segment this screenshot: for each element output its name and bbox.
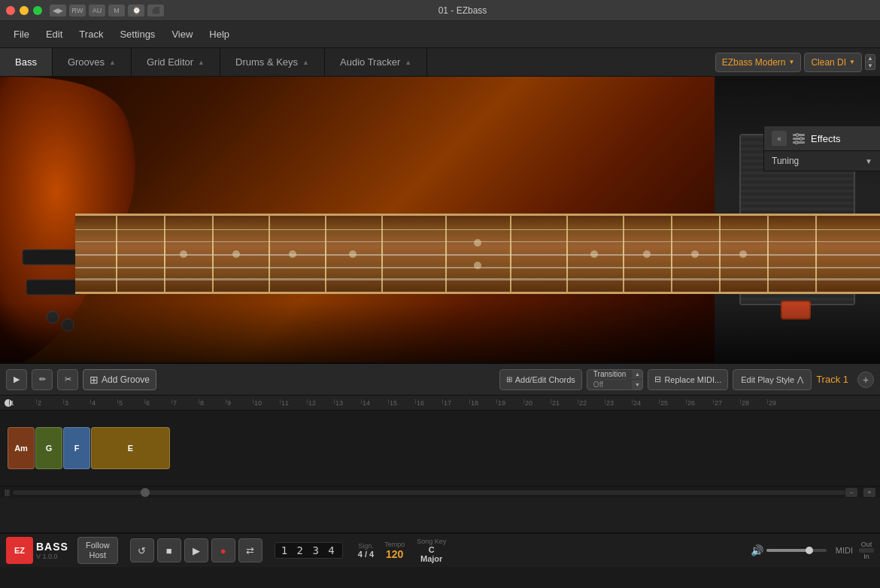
app-version: V 1.0.0	[36, 553, 68, 560]
time-sig-value: 4 / 4	[358, 550, 374, 559]
chord-block-f[interactable]: F	[63, 427, 90, 469]
follow-host-line1: Follow	[86, 541, 110, 550]
menu-edit[interactable]: Edit	[38, 26, 70, 43]
rewind-btn[interactable]: ↺	[130, 538, 154, 562]
play-btn[interactable]: ▶	[184, 538, 208, 562]
record-btn[interactable]: ●	[211, 538, 235, 562]
fretboard-area	[75, 214, 880, 293]
chord-block-am[interactable]: Am	[8, 427, 35, 469]
menu-file[interactable]: File	[6, 26, 37, 43]
volume-knob[interactable]	[806, 547, 813, 554]
preset-name-select[interactable]: EZbass Modern ▼	[715, 53, 802, 72]
in-out-area: Out In	[859, 541, 874, 560]
add-groove-btn[interactable]: ⊞ Add Groove	[83, 369, 156, 390]
tab-grooves[interactable]: Grooves ▲	[53, 48, 132, 76]
ruler-mark-15: 15	[388, 399, 415, 407]
camera-btn[interactable]: ⬛	[147, 5, 164, 17]
preset-area: EZbass Modern ▼ Clean DI ▼ ▲ ▼	[711, 48, 880, 76]
preset-down-btn[interactable]: ▼	[865, 62, 875, 70]
ruler-mark-28: 28	[740, 399, 767, 407]
menu-track[interactable]: Track	[71, 26, 111, 43]
preset-up-btn[interactable]: ▲	[865, 54, 875, 62]
effects-header: « Effects	[764, 126, 880, 151]
pencil-icon: ✏	[39, 374, 46, 384]
string-5	[75, 278, 880, 280]
cursor-tool-btn[interactable]: ▶	[6, 369, 27, 390]
ruler-mark-27: 27	[713, 399, 740, 407]
back-forward-btn[interactable]: ◀▶	[50, 5, 66, 17]
track-area: Am G F E	[0, 411, 880, 486]
scissors-tool-btn[interactable]: ✂	[57, 369, 78, 390]
chord-block-g[interactable]: G	[35, 427, 62, 469]
ruler-mark-9: 9	[226, 399, 253, 407]
fret-dot-12a	[474, 239, 481, 247]
ez-logo: EZ	[6, 537, 33, 564]
traffic-lights	[6, 6, 42, 15]
chord-blocks-container: Am G F E	[8, 427, 170, 469]
volume-fill	[766, 549, 808, 552]
string-2	[75, 241, 880, 243]
au-btn[interactable]: AU	[89, 5, 105, 17]
string-1	[75, 229, 880, 230]
transition-control[interactable]: Transition Off ▲ ▼	[587, 369, 644, 390]
follow-host-btn[interactable]: Follow Host	[77, 537, 118, 564]
instrument-area: « Effects Tuning ▼	[0, 77, 880, 362]
play-icon: ▶	[193, 545, 200, 556]
scroll-left-indicator: |||	[5, 489, 10, 496]
scrollbar-thumb[interactable]	[141, 488, 150, 497]
effects-icon	[791, 131, 806, 146]
ruler-mark-26: 26	[686, 399, 713, 407]
rw-btn[interactable]: RW	[69, 5, 86, 17]
effects-title: Effects	[811, 133, 841, 144]
edit-play-style-btn[interactable]: Edit Play Style ⋀	[733, 369, 812, 390]
tab-audio-tracker[interactable]: Audio Tracker ▲	[325, 48, 427, 76]
scissors-icon: ✂	[65, 374, 71, 384]
menu-help[interactable]: Help	[202, 26, 237, 43]
rewind-icon: ↺	[138, 545, 146, 556]
out-label: Out	[861, 541, 872, 548]
key-label: Song Key	[417, 538, 446, 545]
transition-label: Transition	[593, 370, 627, 380]
ruler-mark-3: 3	[63, 399, 90, 407]
tab-bass[interactable]: Bass	[0, 48, 53, 76]
menu-settings[interactable]: Settings	[112, 26, 162, 43]
effects-collapse-btn[interactable]: «	[772, 131, 787, 146]
replace-midi-btn[interactable]: ⊟ Replace MIDI...	[648, 369, 728, 390]
preset-channel-select[interactable]: Clean DI ▼	[804, 53, 862, 72]
string-3	[75, 254, 880, 256]
menu-view[interactable]: View	[164, 26, 200, 43]
add-edit-chords-btn[interactable]: ⊞ Add/Edit Chords	[499, 369, 582, 390]
ruler-mark-20: 20	[523, 399, 551, 407]
record-icon: ●	[220, 545, 226, 556]
stop-btn[interactable]: ■	[157, 538, 181, 562]
ruler-mark-5: 5	[117, 399, 144, 407]
transition-down-btn[interactable]: ▼	[632, 379, 642, 389]
m-btn[interactable]: M	[108, 5, 125, 17]
scrollbar-track[interactable]	[13, 490, 845, 495]
time-sig-label: Sign.	[358, 542, 374, 550]
transition-up-btn[interactable]: ▲	[632, 370, 642, 380]
key-area: Song Key C Major	[417, 538, 446, 563]
clock-btn[interactable]: ⌚	[128, 5, 144, 17]
close-button[interactable]	[6, 6, 15, 15]
app-name: BASS	[36, 541, 68, 553]
svg-rect-0	[23, 250, 83, 265]
minimize-button[interactable]	[20, 6, 29, 15]
ruler-mark-25: 25	[659, 399, 686, 407]
volume-slider[interactable]	[766, 549, 827, 552]
tab-grid-editor[interactable]: Grid Editor ▲	[132, 48, 220, 76]
pencil-tool-btn[interactable]: ✏	[32, 369, 53, 390]
maximize-button[interactable]	[33, 6, 42, 15]
tuning-row[interactable]: Tuning ▼	[764, 151, 880, 171]
preset-channel-arrow-icon: ▼	[849, 59, 855, 65]
add-track-btn[interactable]: +	[857, 371, 874, 388]
tab-drums-keys[interactable]: Drums & Keys ▲	[220, 48, 325, 76]
svg-point-8	[800, 138, 803, 141]
loop-btn[interactable]: ⇄	[238, 538, 262, 562]
ruler-mark-7: 7	[171, 399, 199, 407]
scroll-zoom-in-btn[interactable]: +	[863, 488, 875, 497]
scroll-zoom-out-btn[interactable]: −	[845, 488, 857, 497]
volume-icon: 🔊	[751, 544, 763, 556]
chord-block-e[interactable]: E	[91, 427, 170, 469]
grid-editor-tab-arrow: ▲	[198, 59, 205, 66]
